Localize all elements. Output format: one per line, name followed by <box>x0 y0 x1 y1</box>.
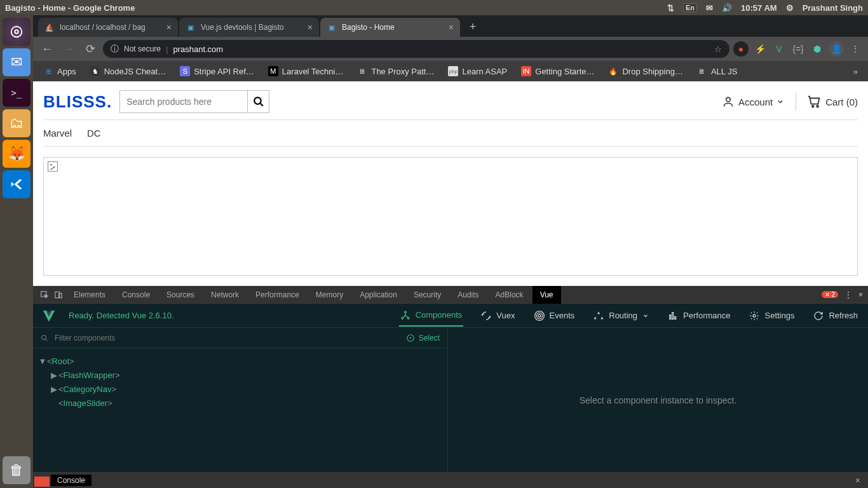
drawer-close-icon[interactable]: × <box>850 475 865 485</box>
trash-icon[interactable]: 🗑 <box>3 456 31 484</box>
browser-tab-0[interactable]: ⛵ localhost / localhost / bag × <box>38 18 178 37</box>
ext-icon-1[interactable]: ● <box>733 41 749 57</box>
account-link[interactable]: Account <box>722 95 784 108</box>
vue-select-component-button[interactable]: Select <box>406 334 440 342</box>
close-icon[interactable]: × <box>308 22 313 32</box>
cart-link[interactable]: Cart (0) <box>808 95 858 109</box>
terminal-icon[interactable]: >_ <box>3 79 31 107</box>
dash-icon[interactable] <box>3 18 31 46</box>
bookmark-apps[interactable]: ⊞Apps <box>38 64 81 79</box>
settings-gear-icon[interactable]: ⚙ <box>786 3 794 13</box>
devtools-tab-adblock[interactable]: AdBlock <box>488 286 531 304</box>
tree-node-root[interactable]: ▼ <Root> <box>38 355 442 369</box>
ext-icon-2[interactable]: ⚡ <box>752 41 768 57</box>
routing-icon <box>593 311 604 321</box>
tree-node-imageslider[interactable]: <ImageSlider> <box>38 396 442 410</box>
svg-point-8 <box>817 105 818 107</box>
vue-tab-settings[interactable]: Settings <box>748 306 796 326</box>
medium-icon: M <box>268 66 278 76</box>
thunderbird-icon[interactable]: ✉ <box>3 48 31 76</box>
error-badge[interactable]: ✕ 2 <box>822 291 838 298</box>
bookmark-getting-started[interactable]: lNGetting Starte… <box>516 64 599 79</box>
devtools-tab-security[interactable]: Security <box>406 286 449 304</box>
bookmark-nodejs[interactable]: ♞NodeJS Cheat… <box>85 64 172 79</box>
firefox-icon[interactable]: 🦊 <box>3 140 31 168</box>
search-button[interactable] <box>247 91 269 112</box>
devtools-tab-console[interactable]: Console <box>114 286 158 304</box>
browser-tab-1[interactable]: ▣ Vue.js devtools | Bagisto × <box>179 18 319 37</box>
bookmark-proxy[interactable]: 🗎The Proxy Patt… <box>352 64 439 79</box>
devtools-tab-sources[interactable]: Sources <box>159 286 202 304</box>
performance-icon <box>668 311 678 321</box>
tab-label: localhost / localhost / bag <box>60 23 161 32</box>
profile-avatar[interactable]: 👤 <box>829 41 844 57</box>
close-icon[interactable]: × <box>166 22 172 32</box>
vue-tab-vuex[interactable]: Vuex <box>480 306 516 326</box>
svg-point-1 <box>15 30 18 34</box>
bookmark-alljs[interactable]: 🗎ALL JS <box>692 64 742 79</box>
vuex-icon <box>481 311 491 321</box>
inspect-element-icon[interactable] <box>38 288 51 301</box>
chrome-tabstrip: ⛵ localhost / localhost / bag × ▣ Vue.js… <box>33 15 868 37</box>
bookmark-dropship[interactable]: 🔥Drop Shipping… <box>603 64 688 79</box>
forward-button[interactable]: → <box>60 40 78 58</box>
svg-point-21 <box>753 315 756 317</box>
vue-tab-components[interactable]: Components <box>399 305 464 327</box>
collapse-arrow-icon[interactable]: ▼ <box>38 355 47 369</box>
devtools-tab-performance[interactable]: Performance <box>248 286 307 304</box>
devtools-menu-icon[interactable]: ⋮ <box>844 290 852 299</box>
expand-arrow-icon[interactable]: ▶ <box>50 383 58 396</box>
vue-tab-routing[interactable]: Routing <box>592 306 650 326</box>
tree-node-flashwrapper[interactable]: ▶ <FlashWrapper> <box>38 369 442 383</box>
ext-icon-4[interactable]: {=} <box>790 41 806 57</box>
chrome-window: ⛵ localhost / localhost / bag × ▣ Vue.js… <box>33 15 868 488</box>
mail-icon[interactable]: ✉ <box>706 3 713 13</box>
drawer-tab-console[interactable]: Console <box>51 475 92 486</box>
back-button[interactable]: ← <box>38 40 56 58</box>
sound-icon[interactable]: 🔊 <box>722 3 732 13</box>
devtools-tab-application[interactable]: Application <box>352 286 405 304</box>
category-marvel[interactable]: Marvel <box>43 128 72 139</box>
devtools-tab-memory[interactable]: Memory <box>308 286 351 304</box>
svg-point-6 <box>726 97 731 102</box>
vue-logo-icon <box>42 309 56 323</box>
url-text: prashant.com <box>173 44 223 54</box>
new-tab-button[interactable]: + <box>464 18 482 36</box>
bookmark-learn[interactable]: phpLearn ASAP <box>443 64 512 79</box>
devtools-tab-elements[interactable]: Elements <box>66 286 113 304</box>
tab-label: Bagisto - Home <box>342 23 444 32</box>
network-icon[interactable]: ⇅ <box>667 3 674 13</box>
bookmarks-overflow[interactable]: » <box>848 67 863 76</box>
filter-input[interactable] <box>55 334 400 342</box>
ext-vue-icon[interactable]: V <box>771 41 787 57</box>
components-icon <box>400 310 410 320</box>
ext-icon-5[interactable]: ⬢ <box>810 41 825 57</box>
devtools-tab-network[interactable]: Network <box>203 286 247 304</box>
expand-arrow-icon[interactable]: ▶ <box>50 369 58 383</box>
files-icon[interactable]: 🗂 <box>3 109 31 137</box>
browser-tab-2[interactable]: ▣ Bagisto - Home × <box>320 18 460 37</box>
device-toolbar-icon[interactable] <box>52 288 65 301</box>
store-logo[interactable]: BLISSS. <box>43 92 112 112</box>
devtools-tab-audits[interactable]: Audits <box>450 286 486 304</box>
close-icon[interactable]: × <box>449 22 454 32</box>
vue-tab-events[interactable]: Events <box>533 306 576 326</box>
address-bar[interactable]: ⓘ Not secure | prashant.com ☆ <box>103 40 729 58</box>
chrome-menu-button[interactable]: ⋮ <box>848 41 863 57</box>
apps-grid-icon: ⊞ <box>43 66 53 76</box>
user-name[interactable]: Prashant Singh <box>803 3 863 13</box>
clock[interactable]: 10:57 AM <box>741 3 777 13</box>
tree-node-categorynav[interactable]: ▶ <CategoryNav> <box>38 383 442 396</box>
devtools-tab-vue[interactable]: Vue <box>532 286 561 304</box>
bookmark-laravel[interactable]: MLaravel Techni… <box>263 64 349 79</box>
category-dc[interactable]: DC <box>87 128 101 139</box>
keyboard-lang[interactable]: En <box>683 3 697 12</box>
bookmark-stripe[interactable]: SStripe API Ref… <box>175 64 259 79</box>
vscode-icon[interactable] <box>3 170 31 198</box>
vue-tab-performance[interactable]: Performance <box>667 306 731 326</box>
reload-button[interactable]: ⟳ <box>81 40 99 58</box>
search-input[interactable] <box>120 91 247 112</box>
vue-tab-refresh[interactable]: Refresh <box>812 306 859 326</box>
bookmark-star-icon[interactable]: ☆ <box>714 44 722 54</box>
devtools-close-icon[interactable]: × <box>858 290 863 299</box>
